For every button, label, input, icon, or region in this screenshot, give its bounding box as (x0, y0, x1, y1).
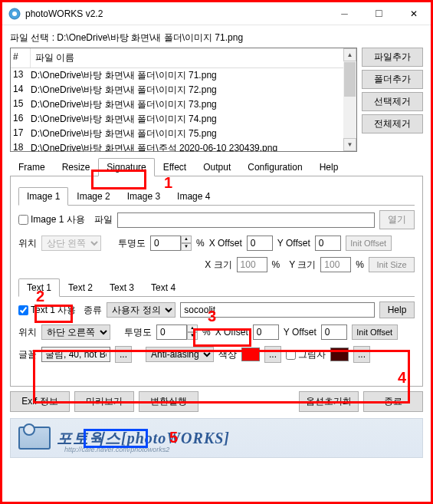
signature-panel: Image 1 Image 2 Image 3 Image 4 Image 1 … (10, 176, 423, 387)
file-list-row[interactable]: 17D:\OneDrive\바탕 화면\새 폴더\이미지 75.png (11, 127, 356, 141)
position-label: 위치 (18, 237, 37, 250)
yoffset-label: Y Offset (277, 238, 310, 249)
tab-effect[interactable]: Effect (155, 158, 195, 176)
file-label: 파일 (94, 213, 113, 226)
remove-all-button[interactable]: 전체제거 (362, 114, 423, 133)
selected-file-path: 파일 선택 : D:\OneDrive\바탕 화면\새 폴더\이미지 71.pn… (10, 31, 423, 44)
shadow-checkbox[interactable]: 그림자 (286, 348, 326, 361)
scroll-down-button[interactable]: ▼ (343, 138, 356, 151)
spin-up-icon[interactable]: ▲ (187, 324, 198, 332)
subtab-image4[interactable]: Image 4 (169, 187, 218, 205)
scroll-up-button[interactable]: ▲ (343, 48, 356, 61)
kind-label: 종류 (84, 304, 102, 317)
spin-down-icon[interactable]: ▼ (181, 243, 192, 251)
camera-icon (18, 427, 51, 450)
scrollbar-thumb[interactable] (344, 62, 356, 97)
window-title: photoWORKS v2.2 (25, 8, 327, 19)
preview-button[interactable]: 미리보기 (74, 391, 134, 412)
text-yoffset-input[interactable] (321, 324, 347, 340)
annotation-num-3: 3 (208, 308, 216, 325)
file-list-row[interactable]: 15D:\OneDrive\바탕 화면\새 폴더\이미지 73.png (11, 97, 356, 112)
exit-button[interactable]: 종료 (363, 391, 423, 412)
annotation-num-4: 4 (398, 369, 406, 387)
xoffset-label: X Offset (209, 238, 242, 249)
image-file-input[interactable] (117, 212, 375, 228)
tab-configuration[interactable]: Configuration (239, 158, 310, 176)
subtab-image1[interactable]: Image 1 (18, 187, 68, 206)
tab-resize[interactable]: Resize (54, 158, 99, 176)
text-xoffset-input[interactable] (253, 324, 279, 340)
xsize-label: X 크기 (205, 259, 231, 272)
close-button[interactable]: ✕ (396, 2, 431, 25)
col-filename[interactable]: 파일 이름 (31, 48, 356, 68)
banner-url: http://cafe.naver.com/photoworks2 (64, 446, 169, 453)
antialias-select[interactable]: Anti-alasing (146, 347, 214, 362)
annotation-num-5: 5 (169, 429, 178, 446)
main-tabs: Frame Resize Signature Effect Output Con… (10, 158, 423, 176)
text-position-label: 위치 (18, 326, 37, 339)
exif-info-button[interactable]: Exif 정보 (10, 391, 70, 412)
tab-output[interactable]: Output (195, 158, 239, 176)
text-kind-select[interactable]: 사용자 정의 (107, 302, 175, 318)
text-yoffset-label: Y Offset (284, 327, 317, 338)
tab-frame[interactable]: Frame (10, 158, 54, 176)
add-folder-button[interactable]: 폴더추가 (362, 70, 423, 89)
spin-down-icon[interactable]: ▼ (187, 332, 198, 340)
text-subtabs: Text 1 Text 2 Text 3 Text 4 (18, 278, 415, 297)
subtab-text2[interactable]: Text 2 (60, 278, 101, 296)
text1-use-checkbox[interactable]: Text 1 사용 (18, 304, 76, 317)
text-xoffset-label: X Offset (215, 327, 248, 338)
file-list-row[interactable]: 14D:\OneDrive\바탕 화면\새 폴더\이미지 72.png (11, 83, 356, 97)
init-size-button[interactable]: Init Size (369, 257, 415, 272)
run-button[interactable]: 변환실행 (139, 391, 198, 412)
image-ysize-input[interactable] (320, 257, 351, 272)
image-xoffset-input[interactable] (247, 236, 273, 251)
color-label: 색상 (218, 348, 237, 361)
subtab-image2[interactable]: Image 2 (68, 187, 118, 205)
text-opacity-input[interactable] (156, 324, 187, 340)
image1-use-checkbox[interactable]: Image 1 사용 (18, 213, 85, 226)
svg-point-1 (12, 12, 17, 16)
image-opacity-input[interactable] (150, 236, 181, 251)
subtab-text4[interactable]: Text 4 (143, 278, 184, 296)
text-init-offset-button[interactable]: Init Offset (352, 324, 398, 340)
color-browse-button[interactable]: ... (264, 346, 281, 363)
tab-signature[interactable]: Signature (98, 158, 154, 176)
file-list-row[interactable]: 13D:\OneDrive\바탕 화면\새 폴더\이미지 71.png (11, 68, 356, 83)
text-color-swatch[interactable] (241, 348, 260, 361)
init-offset-button[interactable]: Init Offset (346, 236, 392, 251)
text-opacity-label: 투명도 (124, 326, 152, 339)
file-list[interactable]: # 파일 이름 13D:\OneDrive\바탕 화면\새 폴더\이미지 71.… (10, 48, 357, 152)
shadow-color-swatch[interactable] (330, 348, 349, 361)
reset-options-button[interactable]: 옵션초기화 (299, 391, 359, 412)
file-list-row[interactable]: 16D:\OneDrive\바탕 화면\새 폴더\이미지 74.png (11, 112, 356, 127)
add-file-button[interactable]: 파일추가 (362, 48, 423, 67)
font-browse-button[interactable]: ... (115, 346, 132, 363)
annotation-num-1: 1 (164, 174, 172, 192)
image-xsize-input[interactable] (237, 257, 267, 272)
image-subtabs: Image 1 Image 2 Image 3 Image 4 (18, 187, 415, 206)
image-yoffset-input[interactable] (315, 236, 341, 251)
subtab-image3[interactable]: Image 3 (119, 187, 169, 205)
text-position-select[interactable]: 하단 오른쪽 (41, 324, 110, 340)
ysize-label: Y 크기 (289, 259, 316, 272)
app-icon (8, 8, 21, 20)
open-file-button[interactable]: 열기 (379, 210, 415, 229)
minimize-button[interactable]: ─ (327, 2, 362, 25)
col-number[interactable]: # (11, 48, 31, 68)
opacity-label: 투명도 (118, 237, 146, 250)
file-list-row[interactable]: 18D:\OneDrive\바탕 화면\새 폴더\주석 2020-06-10 2… (11, 141, 356, 152)
footer-banner: 포토웍스[photoWORKS] http://cafe.naver.com/p… (10, 418, 423, 458)
text-help-button[interactable]: Help (379, 301, 415, 318)
font-label: 글꼴 (18, 348, 37, 361)
shadow-color-browse-button[interactable]: ... (353, 346, 370, 363)
tab-help[interactable]: Help (311, 158, 347, 176)
subtab-text3[interactable]: Text 3 (101, 278, 143, 296)
font-display-input (41, 347, 110, 362)
image-position-select[interactable]: 상단 왼쪽 (41, 236, 101, 251)
spin-up-icon[interactable]: ▲ (181, 236, 192, 243)
annotation-num-2: 2 (36, 288, 44, 305)
maximize-button[interactable]: ☐ (362, 2, 396, 25)
remove-selected-button[interactable]: 선택제거 (362, 92, 423, 111)
